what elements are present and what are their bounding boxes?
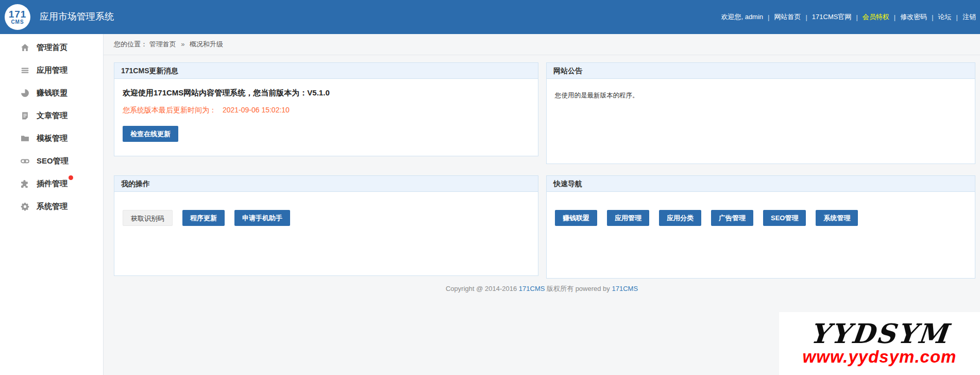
copyright-middle-text: 版权所有 powered by xyxy=(547,285,610,292)
sidebar-item-label: 应用管理 xyxy=(37,66,67,75)
nav-divider: | xyxy=(894,13,895,21)
program-update-button[interactable]: 程序更新 xyxy=(182,210,225,226)
sidebar-item-article-management[interactable]: 文章管理 xyxy=(0,104,103,127)
folder-icon xyxy=(21,134,29,143)
breadcrumb: 您的位置： 管理首页 » 概况和升级 xyxy=(104,34,980,55)
nav-forum[interactable]: 论坛 xyxy=(938,12,952,22)
link-icon xyxy=(21,157,29,166)
quicknav-system-management-button[interactable]: 系统管理 xyxy=(816,210,858,226)
page-title: 应用市场管理系统 xyxy=(40,0,114,33)
get-identification-code-button[interactable]: 获取识别码 xyxy=(123,210,173,226)
footer-cms-link[interactable]: 171CMS xyxy=(519,285,545,292)
panel-title: 网站公告 xyxy=(547,63,975,79)
watermark-url-text: www.yydsym.com xyxy=(803,347,957,367)
breadcrumb-prefix: 您的位置： xyxy=(114,40,147,48)
admin-dashboard: 171 CMS 应用市场管理系统 欢迎您, admin | 网站首页 | 171… xyxy=(0,0,980,375)
nav-divider: | xyxy=(768,13,769,21)
notice-text: 您使用的是最新版本的程序。 xyxy=(555,88,967,100)
top-header: 171 CMS 应用市场管理系统 欢迎您, admin | 网站首页 | 171… xyxy=(0,0,980,34)
panel-title: 快速导航 xyxy=(547,176,975,192)
nav-site-home[interactable]: 网站首页 xyxy=(774,12,801,22)
nav-divider: | xyxy=(956,13,958,21)
article-icon xyxy=(21,111,29,120)
nav-change-password[interactable]: 修改密码 xyxy=(900,12,927,22)
last-update-time: 2021-09-06 15:02:10 xyxy=(223,106,290,114)
quicknav-money-alliance-button[interactable]: 赚钱联盟 xyxy=(555,210,597,226)
sidebar-item-label: SEO管理 xyxy=(37,156,69,166)
sidebar-item-admin-home[interactable]: 管理首页 xyxy=(0,36,103,59)
panel-my-actions: 我的操作 获取识别码 程序更新 申请手机助手 xyxy=(114,175,538,276)
sidebar-item-label: 管理首页 xyxy=(37,43,67,53)
sidebar-item-seo-management[interactable]: SEO管理 xyxy=(0,150,103,172)
last-update-line: 您系统版本最后更新时间为： 2021-09-06 15:02:10 xyxy=(123,106,530,115)
welcome-user-text: 欢迎您, admin xyxy=(721,12,763,22)
actions-button-row: 获取识别码 程序更新 申请手机助手 xyxy=(123,201,530,226)
panel-quick-nav: 快速导航 赚钱联盟 应用管理 应用分类 广告管理 SEO管理 系统管理 xyxy=(546,175,975,279)
sidebar-item-label: 文章管理 xyxy=(37,111,67,121)
panel-title: 171CMS更新消息 xyxy=(114,63,538,79)
home-icon xyxy=(21,43,29,52)
logo-text-bottom: CMS xyxy=(11,19,24,25)
gear-icon xyxy=(21,202,29,211)
nav-member-privilege[interactable]: 会员特权 xyxy=(863,12,889,22)
panel-update-news: 171CMS更新消息 欢迎使用171CMS网站内容管理系统，您当前版本为：V5.… xyxy=(114,62,538,156)
plugin-icon xyxy=(21,180,29,188)
menu-icon xyxy=(21,66,29,75)
sidebar-item-label: 插件管理 xyxy=(37,179,67,189)
watermark-logo-text: YYDSYM xyxy=(808,320,950,347)
sidebar-item-label: 模板管理 xyxy=(37,134,67,143)
sidebar-item-app-management[interactable]: 应用管理 xyxy=(0,59,103,81)
pie-chart-icon xyxy=(21,89,29,97)
panel-site-notice: 网站公告 您使用的是最新版本的程序。 xyxy=(546,62,975,164)
sidebar-item-label: 赚钱联盟 xyxy=(37,88,67,98)
apply-mobile-assistant-button[interactable]: 申请手机助手 xyxy=(234,210,290,226)
quicknav-seo-management-button[interactable]: SEO管理 xyxy=(763,210,806,226)
footer-copyright: Copyright @ 2014-2016 171CMS 版权所有 powere… xyxy=(104,284,980,294)
nav-logout[interactable]: 注销 xyxy=(962,12,976,22)
sidebar-item-label: 系统管理 xyxy=(37,202,67,211)
sidebar-item-template-management[interactable]: 模板管理 xyxy=(0,127,103,150)
last-update-label: 您系统版本最后更新时间为： xyxy=(123,106,216,114)
sidebar-item-system-management[interactable]: 系统管理 xyxy=(0,195,103,218)
breadcrumb-separator: » xyxy=(181,40,184,48)
sidebar: 管理首页 应用管理 赚钱联盟 文章管理 模板管理 xyxy=(0,34,104,375)
breadcrumb-home-link[interactable]: 管理首页 xyxy=(149,40,176,48)
quicknav-button-row: 赚钱联盟 应用管理 应用分类 广告管理 SEO管理 系统管理 xyxy=(555,201,967,226)
sidebar-item-plugin-management[interactable]: 插件管理 xyxy=(0,172,103,195)
quicknav-app-category-button[interactable]: 应用分类 xyxy=(659,210,701,226)
notification-badge-dot xyxy=(69,175,73,180)
watermark-box: YYDSYM www.yydsym.com xyxy=(779,312,980,375)
nav-divider: | xyxy=(856,13,857,21)
nav-divider: | xyxy=(805,13,807,21)
quicknav-app-management-button[interactable]: 应用管理 xyxy=(607,210,649,226)
nav-divider: | xyxy=(932,13,933,21)
sidebar-item-money-alliance[interactable]: 赚钱联盟 xyxy=(0,81,103,104)
logo-text-top: 171 xyxy=(9,9,27,19)
quicknav-ad-management-button[interactable]: 广告管理 xyxy=(711,210,753,226)
check-online-update-button[interactable]: 检查在线更新 xyxy=(123,126,178,142)
copyright-text: Copyright @ 2014-2016 xyxy=(446,285,517,292)
footer-powered-by-link[interactable]: 171CMS xyxy=(612,285,638,292)
logo[interactable]: 171 CMS xyxy=(5,4,30,30)
panel-title: 我的操作 xyxy=(114,176,538,192)
header-nav: 欢迎您, admin | 网站首页 | 171CMS官网 | 会员特权 | 修改… xyxy=(721,0,976,34)
version-welcome-text: 欢迎使用171CMS网站内容管理系统，您当前版本为：V5.1.0 xyxy=(123,88,530,98)
nav-official-site[interactable]: 171CMS官网 xyxy=(812,12,852,22)
breadcrumb-current: 概况和升级 xyxy=(190,40,223,48)
